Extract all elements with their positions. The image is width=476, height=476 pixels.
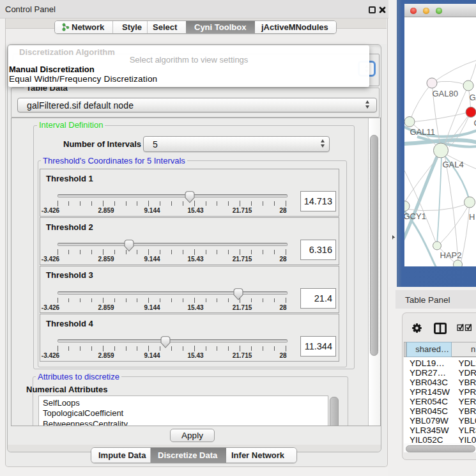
svg-text:GAL80: GAL80 — [433, 89, 458, 98]
svg-text:GAL11: GAL11 — [410, 127, 436, 137]
svg-text:GA: GA — [470, 93, 476, 102]
svg-text:H: H — [469, 212, 475, 222]
svg-text:GCY1: GCY1 — [404, 211, 426, 221]
svg-text:HAP2: HAP2 — [440, 250, 462, 260]
svg-text:GAL4: GAL4 — [443, 160, 464, 169]
svg-text:G: G — [474, 118, 476, 128]
